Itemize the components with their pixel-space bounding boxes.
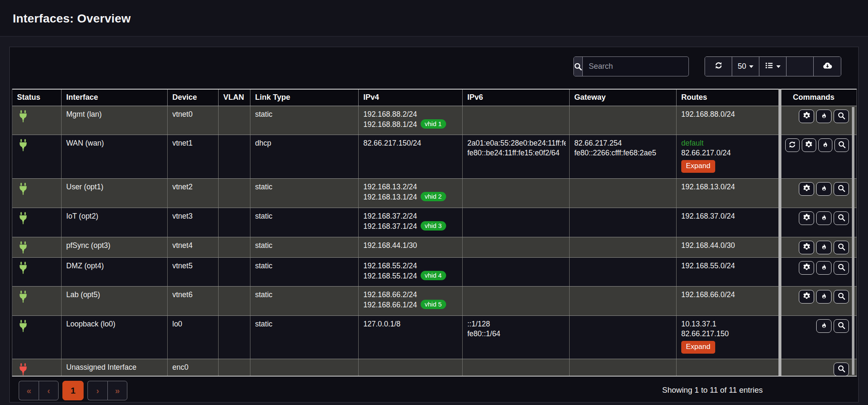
cell-status: [12, 237, 62, 257]
cell-link-type: static: [250, 106, 359, 135]
table-row: WAN (wan)vtnet1dhcp82.66.217.150/242a01:…: [12, 135, 857, 179]
column-header-ipv6[interactable]: IPv6: [463, 90, 570, 106]
firewall-button[interactable]: [816, 261, 831, 275]
settings-button[interactable]: [802, 138, 816, 152]
search-input[interactable]: [583, 57, 689, 76]
details-button[interactable]: [834, 211, 849, 225]
cell-ipv6: ::1/128fe80::1/64: [463, 316, 570, 359]
page-size-button[interactable]: 50: [732, 57, 759, 76]
cell-ipv6: [463, 287, 570, 315]
device-value: enc0: [172, 363, 188, 371]
vertical-scrollbar-track[interactable]: [778, 89, 781, 376]
details-button[interactable]: [834, 241, 849, 254]
ipv6-value: fe80::be24:11ff:fe15:e0f2/64: [467, 149, 559, 157]
cell-commands: [781, 237, 857, 257]
cell-routes: 192.168.13.0/24: [677, 179, 781, 208]
details-button[interactable]: [834, 290, 849, 304]
firewall-button[interactable]: [816, 182, 831, 196]
cell-gateway: [570, 179, 677, 208]
cell-line: 192.168.88.1/24vhid 1: [363, 119, 459, 129]
cell-device: vtnet1: [168, 135, 219, 178]
column-header-ipv4[interactable]: IPv4: [359, 90, 463, 106]
cell-gateway: 82.66.217.254fe80::2266:cfff:fe68:2ae5: [570, 135, 677, 178]
current-page-button[interactable]: 1: [62, 381, 84, 400]
settings-icon: [803, 292, 811, 301]
cell-line: 192.168.44.1/30: [363, 241, 459, 250]
cell-ipv6: [463, 237, 570, 257]
cell-gateway: [570, 287, 677, 315]
vhid-badge: vhid 5: [421, 300, 446, 309]
previous-page-button[interactable]: ‹: [39, 381, 59, 400]
first-page-button[interactable]: «: [19, 381, 39, 400]
cell-line: 192.168.44.0/30: [681, 241, 777, 250]
expand-button[interactable]: Expand: [681, 341, 715, 354]
column-header-routes[interactable]: Routes: [677, 90, 781, 106]
settings-button[interactable]: [799, 211, 814, 225]
reload-button[interactable]: [785, 138, 800, 152]
cell-device: lo0: [168, 316, 219, 359]
settings-button[interactable]: [799, 290, 814, 304]
firewall-button[interactable]: [816, 241, 831, 254]
details-button[interactable]: [834, 319, 849, 333]
export-button[interactable]: [814, 57, 841, 76]
plug-up-icon: [18, 218, 28, 227]
plug-down-icon: [18, 369, 28, 376]
cell-link-type: [250, 359, 359, 376]
columns-button[interactable]: [759, 57, 787, 76]
cell-ipv4: 127.0.0.1/8: [359, 316, 463, 359]
route-value: 192.168.55.0/24: [681, 262, 735, 270]
cell-status: [12, 135, 62, 178]
settings-icon: [803, 243, 811, 252]
column-header-gateway[interactable]: Gateway: [570, 90, 677, 106]
vertical-scrollbar-thumb[interactable]: [852, 107, 854, 375]
details-button[interactable]: [834, 261, 849, 275]
column-header-commands[interactable]: Commands: [781, 90, 857, 106]
cell-commands: [781, 208, 857, 237]
firewall-button[interactable]: [816, 319, 831, 333]
cell-line: 192.168.88.0/24: [681, 110, 777, 119]
device-value: vtnet3: [172, 212, 193, 220]
next-page-button[interactable]: ›: [87, 381, 107, 400]
cell-interface: Mgmt (lan): [62, 106, 168, 135]
details-button[interactable]: [834, 182, 849, 196]
cell-device: vtnet4: [168, 237, 219, 257]
cell-ipv4: 192.168.13.2/24192.168.13.1/24vhid 2: [359, 179, 463, 208]
cell-interface: DMZ (opt4): [62, 258, 168, 286]
firewall-button[interactable]: [816, 110, 831, 123]
cell-line: 82.66.217.0/24: [681, 148, 777, 158]
settings-icon: [803, 112, 811, 121]
column-header-device[interactable]: Device: [168, 90, 219, 106]
settings-button[interactable]: [799, 241, 814, 254]
table-row: pfSync (opt3)vtnet4static192.168.44.1/30…: [12, 237, 857, 258]
firewall-icon: [820, 243, 828, 252]
spacer-button[interactable]: [787, 57, 814, 76]
settings-button[interactable]: [799, 261, 814, 275]
refresh-button[interactable]: [705, 57, 732, 76]
column-header-link-type[interactable]: Link Type: [250, 90, 359, 106]
details-button[interactable]: [834, 363, 849, 376]
list-columns-icon: [765, 61, 773, 72]
firewall-button[interactable]: [818, 138, 833, 152]
route-value: 10.13.37.1: [681, 320, 716, 328]
interface-value: User (opt1): [66, 183, 104, 191]
cell-line: 192.168.55.0/24: [681, 261, 777, 271]
firewall-button[interactable]: [816, 211, 831, 225]
cell-gateway: [570, 316, 677, 359]
link-type-value: static: [255, 212, 272, 220]
expand-button[interactable]: Expand: [681, 160, 715, 173]
ipv6-value: fe80::1/64: [467, 329, 500, 338]
settings-button[interactable]: [799, 182, 814, 196]
ipv4-value: 192.168.37.2/24: [363, 212, 417, 220]
interface-value: Lab (opt5): [66, 290, 100, 299]
firewall-button[interactable]: [816, 290, 831, 304]
settings-button[interactable]: [799, 110, 814, 123]
details-button[interactable]: [834, 138, 849, 152]
column-header-vlan[interactable]: VLAN: [219, 90, 250, 106]
column-header-interface[interactable]: Interface: [62, 90, 168, 106]
details-button[interactable]: [834, 110, 849, 123]
cell-status: [12, 208, 62, 237]
ipv4-value: 192.168.66.1/24: [363, 301, 417, 309]
column-header-status[interactable]: Status: [12, 90, 62, 106]
last-page-button[interactable]: »: [107, 381, 127, 400]
search-icon[interactable]: [574, 57, 583, 76]
